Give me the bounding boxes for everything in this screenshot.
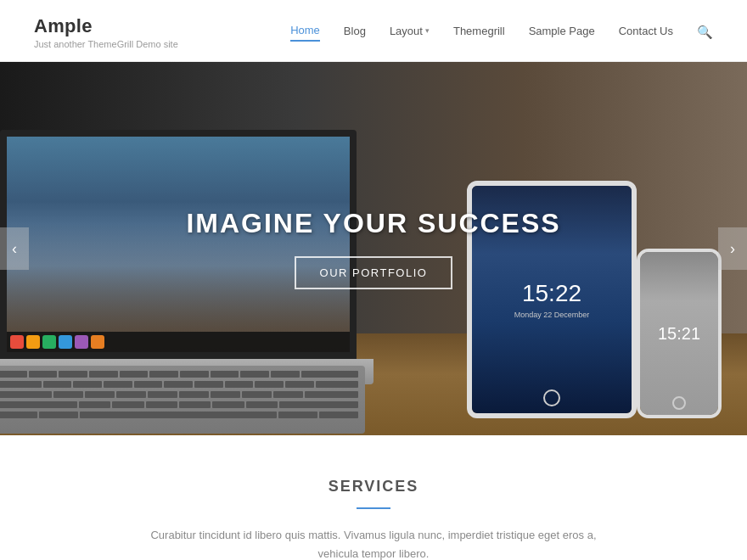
nav-item-themegrill[interactable]: Themegrill (453, 25, 505, 41)
services-description: Curabitur tincidunt id libero quis matti… (136, 526, 611, 560)
nav-item-sample[interactable]: Sample Page (529, 25, 595, 41)
phone-screen: 15:21 (640, 252, 718, 415)
taskbar-icon-4 (59, 335, 72, 349)
slider-next-button[interactable]: › (718, 227, 747, 270)
hero-cta-button[interactable]: OUR PORTFOLIO (295, 256, 453, 289)
taskbar-icon-1 (10, 335, 24, 349)
services-title: SERVICES (34, 478, 713, 496)
search-icon[interactable]: 🔍 (697, 25, 713, 40)
hero-section: 15:22 Monday 22 December 15:21 IMAGINE Y… (0, 62, 747, 435)
site-header: Ample Just another ThemeGrill Demo site … (0, 0, 747, 62)
phone-time: 15:21 (658, 324, 700, 344)
dropdown-arrow-layout: ▾ (425, 26, 430, 35)
tablet-time: 15:22 (522, 280, 581, 307)
phone-home-button (672, 396, 686, 410)
nav-item-home[interactable]: Home (290, 24, 320, 42)
taskbar-icon-6 (91, 335, 104, 349)
tablet-device: 15:22 Monday 22 December (467, 181, 637, 418)
laptop-keyboard (0, 366, 365, 434)
tablet-date: Monday 22 December (514, 311, 590, 319)
laptop-taskbar (7, 332, 350, 352)
hero-background: 15:22 Monday 22 December 15:21 (0, 62, 747, 435)
phone-device: 15:21 (637, 249, 722, 418)
keyboard-keys (0, 366, 365, 423)
nav-item-layout[interactable]: Layout ▾ (390, 25, 430, 41)
site-brand: Ample Just another ThemeGrill Demo site (34, 15, 178, 49)
tablet-home-button (543, 389, 560, 406)
taskbar-icon-3 (42, 335, 56, 349)
services-section: SERVICES Curabitur tincidunt id libero q… (0, 435, 747, 560)
slider-prev-button[interactable]: ‹ (0, 227, 29, 270)
main-nav: Home Blog Layout ▾ Themegrill Sample Pag… (290, 24, 713, 42)
services-divider (357, 507, 390, 509)
site-title: Ample (34, 15, 178, 37)
laptop-screen (0, 130, 357, 359)
taskbar-icon-5 (75, 335, 88, 349)
nav-item-blog[interactable]: Blog (344, 25, 366, 41)
taskbar-icon-2 (26, 335, 40, 349)
laptop-screen-inner (7, 137, 350, 352)
tablet-screen: 15:22 Monday 22 December (472, 186, 632, 413)
nav-item-contact[interactable]: Contact Us (619, 25, 673, 41)
site-tagline: Just another ThemeGrill Demo site (34, 39, 178, 49)
